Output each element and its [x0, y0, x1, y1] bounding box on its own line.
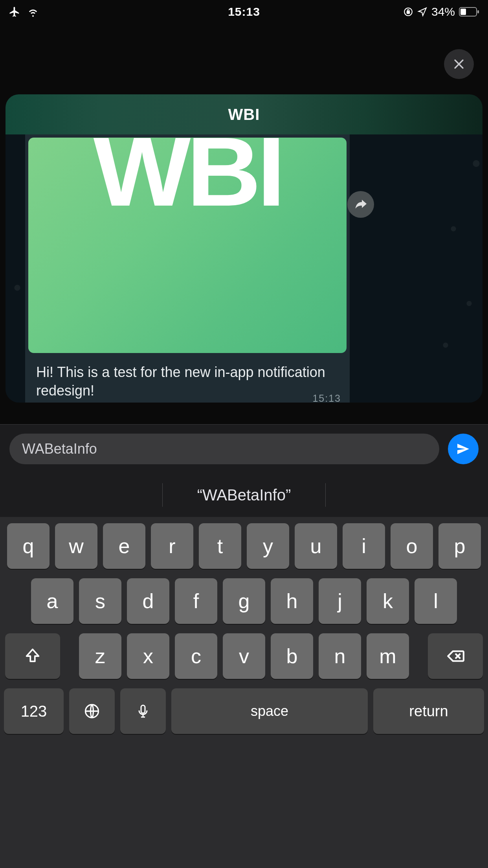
battery-pct: 34%: [431, 5, 455, 18]
key-h[interactable]: h: [271, 578, 313, 624]
key-row-3: zxcvbnm: [4, 633, 484, 679]
forward-icon: [354, 197, 368, 211]
airplane-mode-icon: [9, 6, 20, 18]
backspace-icon: [446, 646, 465, 666]
key-row-1: qwertyuiop: [4, 523, 484, 569]
key-j[interactable]: j: [319, 578, 361, 624]
suggestion-left[interactable]: [0, 480, 162, 510]
svg-rect-4: [460, 9, 466, 15]
send-button[interactable]: [448, 434, 479, 464]
key-d[interactable]: d: [127, 578, 169, 624]
notification-title: WBI: [6, 94, 482, 134]
key-i[interactable]: i: [343, 523, 385, 569]
key-rows: qwertyuiop asdfghjkl zxcvbnm 123: [0, 517, 488, 868]
key-y[interactable]: y: [247, 523, 289, 569]
message-text: Hi! This is a test for the new in-app no…: [36, 364, 325, 399]
status-right: 34%: [260, 5, 479, 18]
key-g[interactable]: g: [223, 578, 265, 624]
svg-rect-6: [141, 705, 145, 713]
key-s[interactable]: s: [79, 578, 121, 624]
shift-key[interactable]: [5, 633, 60, 679]
dictation-key[interactable]: [120, 688, 166, 734]
key-t[interactable]: t: [199, 523, 241, 569]
reply-input[interactable]: WABetaInfo: [9, 434, 439, 464]
key-n[interactable]: n: [319, 633, 361, 679]
key-v[interactable]: v: [223, 633, 265, 679]
key-m[interactable]: m: [367, 633, 409, 679]
notification-card[interactable]: WBI WBI Hi! This is a test for the new i…: [6, 94, 482, 403]
key-f[interactable]: f: [175, 578, 217, 624]
reply-input-bar: WABetaInfo: [0, 424, 488, 473]
notification-body: WBI Hi! This is a test for the new in-ap…: [6, 134, 482, 403]
svg-rect-1: [407, 11, 410, 13]
key-u[interactable]: u: [295, 523, 337, 569]
numbers-key[interactable]: 123: [4, 688, 64, 734]
key-a[interactable]: a: [31, 578, 73, 624]
message-image-text: WBI: [94, 138, 282, 221]
close-button[interactable]: [444, 49, 474, 79]
suggestion-center[interactable]: “WABetaInfo”: [163, 480, 325, 510]
key-q[interactable]: q: [7, 523, 50, 569]
shift-icon: [24, 647, 42, 665]
globe-key[interactable]: [69, 688, 115, 734]
reply-input-text: WABetaInfo: [22, 441, 97, 457]
key-l[interactable]: l: [415, 578, 457, 624]
send-icon: [455, 441, 471, 457]
wifi-icon: [27, 6, 39, 18]
status-left: [9, 6, 228, 18]
key-row-2: asdfghjkl: [4, 578, 484, 624]
message-time: 15:13: [312, 392, 341, 403]
chat-bubble[interactable]: WBI Hi! This is a test for the new in-ap…: [25, 134, 350, 403]
key-row-4: 123 space return: [4, 688, 484, 734]
key-c[interactable]: c: [175, 633, 217, 679]
key-x[interactable]: x: [127, 633, 169, 679]
forward-button[interactable]: [347, 191, 374, 218]
key-e[interactable]: e: [103, 523, 145, 569]
key-w[interactable]: w: [55, 523, 97, 569]
space-key[interactable]: space: [171, 688, 368, 734]
key-p[interactable]: p: [438, 523, 481, 569]
rotation-lock-icon: [403, 7, 413, 17]
key-b[interactable]: b: [271, 633, 313, 679]
keyboard: “WABetaInfo” qwertyuiop asdfghjkl zxcvbn…: [0, 473, 488, 868]
svg-rect-3: [477, 10, 479, 13]
backspace-key[interactable]: [428, 633, 483, 679]
status-bar: 15:13 34%: [0, 0, 488, 24]
key-z[interactable]: z: [79, 633, 121, 679]
microphone-icon: [135, 703, 151, 719]
suggestion-right[interactable]: [326, 480, 488, 510]
return-key[interactable]: return: [373, 688, 484, 734]
key-k[interactable]: k: [367, 578, 409, 624]
message-text-wrap: Hi! This is a test for the new in-app no…: [25, 356, 350, 403]
battery-icon: [459, 7, 479, 17]
globe-icon: [83, 702, 101, 720]
key-r[interactable]: r: [151, 523, 193, 569]
suggestion-bar: “WABetaInfo”: [0, 473, 488, 517]
key-o[interactable]: o: [391, 523, 433, 569]
close-icon: [452, 57, 466, 71]
location-icon: [417, 7, 427, 17]
message-image[interactable]: WBI: [28, 138, 347, 353]
status-time: 15:13: [228, 5, 260, 18]
